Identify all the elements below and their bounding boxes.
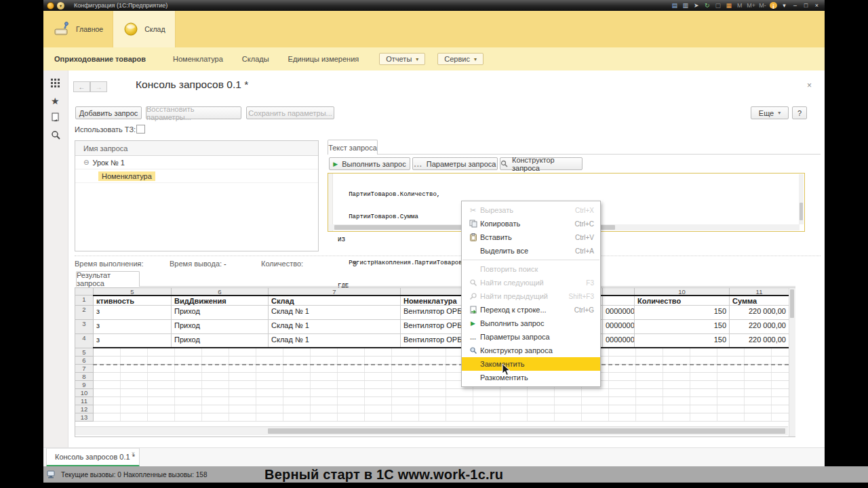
table-row[interactable]: 4 з Приход Склад № 1 Вентилятор ОРБИТА 0…: [75, 334, 795, 348]
tab-query-text[interactable]: Текст запроса: [328, 140, 378, 155]
add-query-button[interactable]: Добавить запрос: [75, 106, 142, 119]
menu-item-find-next[interactable]: Найти следующий F3: [462, 276, 600, 289]
save-icon[interactable]: ▤: [671, 1, 678, 10]
menu-edinicy[interactable]: Единицы измерения: [288, 55, 359, 63]
memory-mplus-button[interactable]: M+: [747, 1, 755, 10]
table-row[interactable]: 12: [75, 405, 795, 413]
menu-nomenklatura[interactable]: Номенклатура: [173, 55, 223, 63]
tab-main[interactable]: Главное: [43, 11, 113, 47]
menu-servis-button[interactable]: Сервис ▾: [437, 53, 484, 65]
menu-item-paste[interactable]: Вставить Ctrl+V: [462, 230, 600, 244]
grid-vscroll-thumb[interactable]: [790, 289, 794, 318]
run-query-button[interactable]: ▶ Выполнить запрос: [329, 157, 410, 170]
menu-sklady[interactable]: Склады: [242, 55, 269, 63]
editor-vscrollbar[interactable]: [799, 174, 804, 224]
toolbar-caret-icon[interactable]: ▾: [781, 1, 788, 10]
header-aktivnost[interactable]: ктивность: [94, 296, 172, 306]
table-row[interactable]: 2 з Приход Склад № 1 Вентилятор ОРБИТА 0…: [75, 306, 795, 320]
favorites-star-glyph[interactable]: ★: [51, 96, 60, 106]
table-row[interactable]: 10: [75, 389, 795, 397]
header-viddvizheniya[interactable]: ВидДвижения: [172, 296, 269, 306]
menu-item-query-constructor[interactable]: Конструктор запроса: [462, 344, 600, 357]
table-row[interactable]: 13: [75, 413, 795, 422]
help-label: ?: [797, 109, 802, 117]
refresh-icon[interactable]: ↻: [703, 1, 711, 10]
help-button[interactable]: ?: [792, 106, 807, 119]
exec-time-label: Время выполнения:: [75, 260, 144, 268]
print-icon[interactable]: ▥: [682, 1, 689, 10]
1c-logo-icon[interactable]: [47, 2, 54, 9]
tree-row-root[interactable]: ⊖ Урок № 1: [75, 156, 318, 169]
memory-mminus-button[interactable]: M-: [759, 1, 766, 10]
menu-item-goto-line[interactable]: Переход к строке... Ctrl+G: [462, 303, 600, 317]
bottom-tab-query-console[interactable]: Консоль запросов 0.1 * ×: [46, 448, 140, 467]
save-params-button[interactable]: Сохранить параметры...: [246, 106, 334, 119]
pointer-icon[interactable]: ➤: [692, 1, 700, 10]
goto-line-icon: [466, 306, 480, 314]
menu-item-select-all[interactable]: Выделить все Ctrl+A: [462, 244, 600, 258]
system-menu-icon[interactable]: ▾: [57, 2, 64, 9]
memory-m-button[interactable]: M: [736, 1, 743, 10]
query-tree-header[interactable]: Имя запроса: [75, 141, 318, 156]
grid-hscroll-thumb[interactable]: [268, 428, 785, 434]
query-constructor-button[interactable]: Конструктор запроса: [500, 157, 583, 170]
tab-close-icon[interactable]: ×: [132, 450, 135, 457]
use-tz-checkbox[interactable]: [136, 125, 145, 134]
header-summa[interactable]: Сумма: [730, 296, 789, 306]
menu-item-uncomment[interactable]: Разкоментить: [462, 371, 600, 384]
table-row[interactable]: 5: [75, 348, 795, 357]
menu-item-query-params[interactable]: ... Параметры запроса: [462, 330, 600, 344]
preview-icon[interactable]: ▢: [714, 1, 722, 10]
menu-servis-label: Сервис: [444, 55, 470, 63]
performance-icon[interactable]: [47, 470, 56, 479]
menu-item-cut[interactable]: ✂ Вырезать Ctrl+X: [462, 203, 600, 217]
maximize-button[interactable]: □: [802, 1, 810, 10]
header-registrator[interactable]: [603, 296, 635, 306]
restore-params-button[interactable]: Восстановить параметры...: [146, 106, 241, 119]
menu-grid-icon[interactable]: [51, 79, 60, 88]
table-row[interactable]: 7: [75, 365, 795, 373]
minimize-button[interactable]: –: [791, 1, 799, 10]
nav-forward-button[interactable]: →: [90, 81, 107, 92]
table-row[interactable]: 3 з Приход Склад № 1 Вентилятор ОРБИТА 0…: [75, 320, 795, 334]
header-kolichestvo[interactable]: Количество: [635, 296, 730, 306]
constructor-icon: [466, 346, 480, 354]
table-row[interactable]: 9: [75, 381, 795, 389]
table-row[interactable]: 8: [75, 373, 795, 381]
menu-otchety-button[interactable]: Отчеты ▾: [379, 53, 425, 65]
count-value: 3: [353, 260, 357, 268]
play-icon: ▶: [333, 161, 338, 167]
menu-item-comment[interactable]: Закоментить: [462, 357, 600, 371]
tab-query-result[interactable]: Результат запроса: [76, 271, 140, 287]
history-icon[interactable]: [51, 113, 60, 122]
rownum-1[interactable]: 1: [75, 296, 94, 306]
menu-item-copy[interactable]: Копировать Ctrl+C: [462, 217, 600, 230]
menu-item-find-prev[interactable]: Найти предыдущий Shift+F3: [462, 289, 600, 303]
menu-item-run-query[interactable]: ▶ Выполнить запрос: [462, 317, 600, 330]
menu-oprihodovanie[interactable]: Оприходование товаров: [54, 55, 146, 63]
result-grid[interactable]: 5 6 7 8 10 11 1 ктивность ВидДвижения Ск…: [75, 287, 795, 437]
query-params-button[interactable]: ... Параметры запроса: [412, 157, 498, 170]
table-row[interactable]: 11: [75, 397, 795, 405]
header-sklad[interactable]: Склад: [269, 296, 401, 306]
editor-vscroll-thumb[interactable]: [800, 203, 803, 220]
bottom-tab-label: Консоль запросов 0.1 *: [55, 453, 135, 461]
search-icon[interactable]: [51, 130, 60, 140]
menu-item-repeat-search[interactable]: Повторить поиск: [462, 262, 600, 276]
grid-vscrollbar[interactable]: [789, 288, 795, 436]
grid-hscrollbar[interactable]: [75, 426, 788, 435]
form-close-icon[interactable]: ×: [807, 81, 812, 90]
close-button[interactable]: ×: [813, 1, 821, 10]
nav-back-button[interactable]: ←: [73, 81, 90, 92]
tree-row-child[interactable]: Номенклатура: [75, 169, 318, 183]
chevron-down-icon: ▾: [474, 56, 477, 62]
tree-expander-icon[interactable]: ⊖: [83, 159, 89, 166]
chevron-down-icon: ▾: [778, 110, 781, 116]
calendar-icon[interactable]: ▦: [725, 1, 732, 10]
info-icon[interactable]: i: [770, 2, 777, 9]
find-prev-icon: [466, 292, 480, 300]
function-menubar: Оприходование товаров Номенклатура Склад…: [43, 47, 825, 70]
restore-params-label: Восстановить параметры...: [146, 105, 241, 121]
more-button[interactable]: Еще ▾: [751, 106, 789, 119]
tab-sklad[interactable]: Склад: [113, 11, 175, 47]
